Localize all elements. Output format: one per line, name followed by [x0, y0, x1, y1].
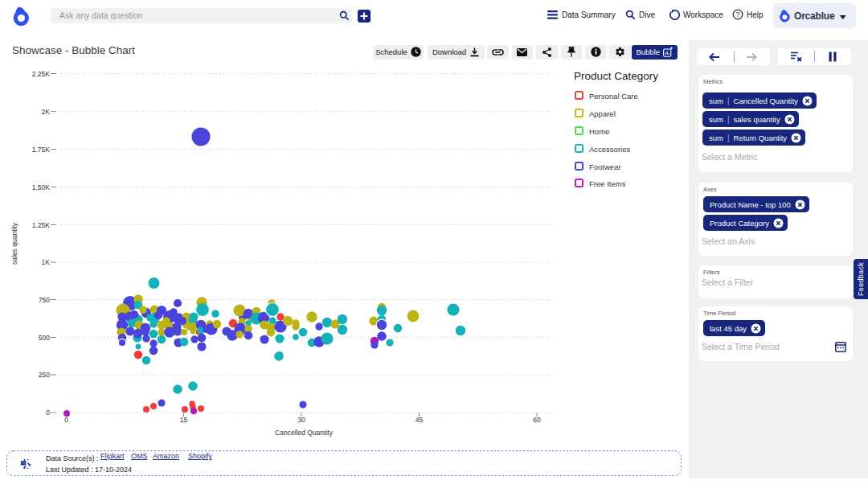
- svg-text:45: 45: [416, 416, 424, 424]
- svg-text:60: 60: [533, 416, 541, 424]
- svg-text:Cancelled Quantity: Cancelled Quantity: [275, 429, 334, 437]
- svg-text:0: 0: [64, 416, 68, 424]
- svg-text:2K: 2K: [42, 108, 51, 116]
- svg-text:1.25K: 1.25K: [32, 221, 51, 229]
- svg-text:30: 30: [297, 416, 305, 424]
- svg-text:500: 500: [39, 334, 50, 342]
- svg-text:1.75K: 1.75K: [32, 146, 51, 154]
- svg-text:?: ?: [735, 10, 739, 18]
- svg-text:0: 0: [46, 409, 50, 417]
- svg-text:15: 15: [180, 416, 188, 424]
- svg-text:2.25K: 2.25K: [32, 70, 51, 78]
- svg-text:sales quantity: sales quantity: [10, 222, 18, 265]
- svg-text:1.50K: 1.50K: [32, 183, 51, 191]
- svg-text:250: 250: [39, 371, 50, 379]
- svg-text:1K: 1K: [42, 258, 51, 266]
- svg-text:750: 750: [39, 296, 50, 304]
